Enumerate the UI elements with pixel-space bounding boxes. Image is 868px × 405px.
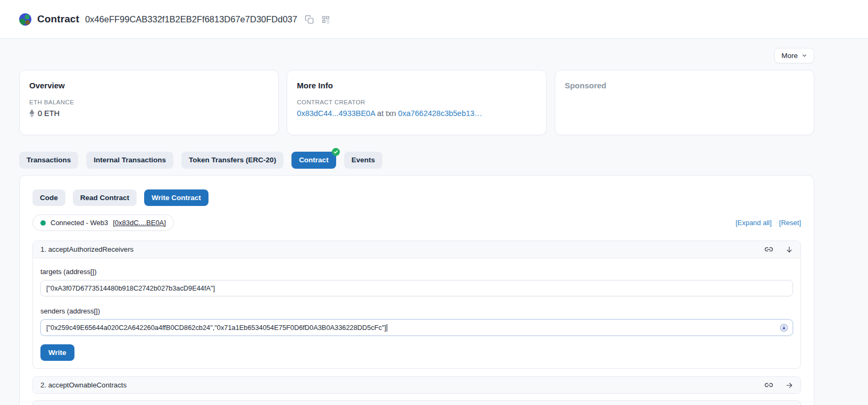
connection-status-text: Connected - Web3 <box>51 219 108 227</box>
tab-token-transfers[interactable]: Token Transfers (ERC-20) <box>181 152 283 169</box>
contract-creator-label: CONTRACT CREATOR <box>297 99 536 105</box>
method-item-1: 1. acceptAuthorizedReceivers targets (ad… <box>32 241 801 369</box>
lock-icon[interactable] <box>780 324 788 332</box>
tab-events[interactable]: Events <box>344 152 382 169</box>
method-item-2: 2. acceptOwnableContracts <box>32 376 801 394</box>
more-dropdown-button[interactable]: More <box>774 48 814 63</box>
more-info-title: More Info <box>297 81 536 90</box>
tab-contract-label: Contract <box>299 156 329 164</box>
link-icon[interactable] <box>765 381 773 389</box>
method-1-title: 1. acceptAuthorizedReceivers <box>40 245 133 253</box>
connected-wallet-link[interactable]: [0x83dC....BE0A] <box>113 219 166 227</box>
method-2-title: 2. acceptOwnableContracts <box>40 381 127 389</box>
eth-balance-label: ETH BALANCE <box>29 99 269 105</box>
connected-status-dot <box>40 220 46 226</box>
chevron-down-icon <box>802 53 807 59</box>
copy-address-button[interactable] <box>305 15 314 24</box>
tab-internal-transactions[interactable]: Internal Transactions <box>86 152 173 169</box>
tab-contract[interactable]: Contract <box>291 152 336 169</box>
method-item-partial <box>32 400 801 405</box>
contract-identicon <box>19 13 31 26</box>
creator-address-link[interactable]: 0x83dC44...4933BE0A <box>297 109 375 118</box>
creator-connector-text: at txn <box>377 109 396 118</box>
text-cursor <box>387 324 387 332</box>
subtab-code[interactable]: Code <box>32 189 65 206</box>
arrow-down-icon[interactable] <box>786 246 793 253</box>
overview-card: Overview ETH BALANCE 0 ETH <box>19 70 279 135</box>
senders-input[interactable]: ["0x259c49E65644a020C2A642260a4ffB0CD862… <box>40 319 793 336</box>
targets-input[interactable]: ["0xA3f07D6773514480b918C2742b027b3acD9E… <box>40 280 793 296</box>
write-button[interactable]: Write <box>40 344 74 361</box>
contract-subtabs: Code Read Contract Write Contract <box>32 189 801 206</box>
sponsored-card: Sponsored <box>555 70 814 135</box>
senders-field-label: senders (address[]) <box>40 307 793 315</box>
wallet-connection-badge: Connected - Web3 [0x83dC....BE0A] <box>32 214 174 231</box>
qr-code-icon <box>321 15 330 24</box>
copy-icon <box>305 15 314 24</box>
arrow-right-icon[interactable] <box>786 382 793 389</box>
senders-input-value: ["0x259c49E65644a020C2A642260a4ffB0CD862… <box>46 324 386 332</box>
page-title: Contract <box>37 13 79 25</box>
eth-balance-value: 0 ETH <box>38 109 60 118</box>
reset-link[interactable]: [Reset] <box>779 219 801 227</box>
more-label: More <box>781 52 798 60</box>
overview-title: Overview <box>29 81 269 90</box>
contract-panel: Code Read Contract Write Contract Connec… <box>19 175 814 405</box>
creation-txn-link[interactable]: 0xa7662428c3b5eb13… <box>398 109 482 118</box>
sponsored-title: Sponsored <box>565 81 804 90</box>
contract-address: 0x46eFF99CAB332f1B2EB2Ff6813D67e7D30FDd0… <box>85 14 297 24</box>
subtab-read-contract[interactable]: Read Contract <box>73 189 137 206</box>
method-2-header[interactable]: 2. acceptOwnableContracts <box>33 377 800 393</box>
more-info-card: More Info CONTRACT CREATOR 0x83dC44...49… <box>287 70 546 135</box>
method-1-header[interactable]: 1. acceptAuthorizedReceivers <box>33 241 800 258</box>
tab-transactions[interactable]: Transactions <box>19 152 78 169</box>
targets-field-label: targets (address[]) <box>40 268 793 276</box>
expand-all-link[interactable]: [Expand all] <box>736 219 772 227</box>
page-header: Contract 0x46eFF99CAB332f1B2EB2Ff6813D67… <box>0 0 868 39</box>
info-cards: Overview ETH BALANCE 0 ETH More Info CON… <box>19 70 814 135</box>
link-icon[interactable] <box>765 245 773 253</box>
qr-code-button[interactable] <box>321 15 330 24</box>
targets-input-value: ["0xA3f07D6773514480b918C2742b027b3acD9E… <box>46 284 215 292</box>
verified-check-icon <box>332 148 340 156</box>
eth-icon <box>29 109 35 118</box>
subtab-write-contract[interactable]: Write Contract <box>144 189 208 206</box>
entity-tabs: Transactions Internal Transactions Token… <box>19 152 814 169</box>
